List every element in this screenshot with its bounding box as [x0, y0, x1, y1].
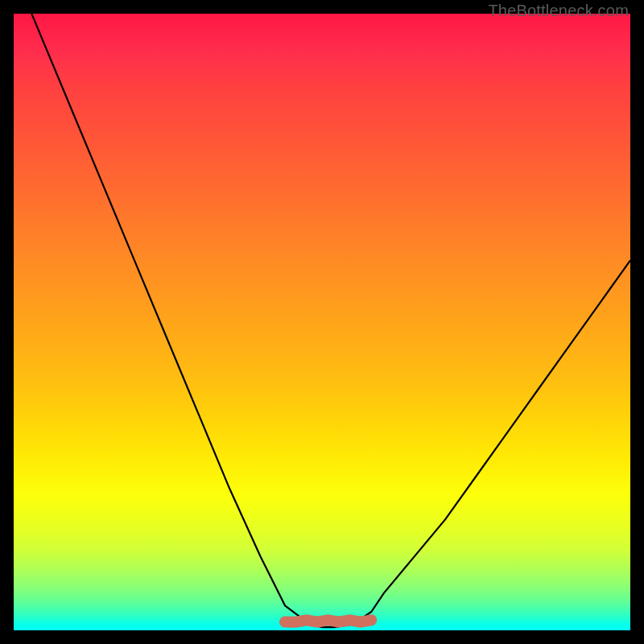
flat-band: [285, 620, 371, 621]
chart-svg: [14, 14, 630, 630]
plot-area: [14, 14, 630, 630]
bottleneck-curve: [14, 14, 630, 627]
watermark-text: TheBottleneck.com: [488, 2, 629, 20]
